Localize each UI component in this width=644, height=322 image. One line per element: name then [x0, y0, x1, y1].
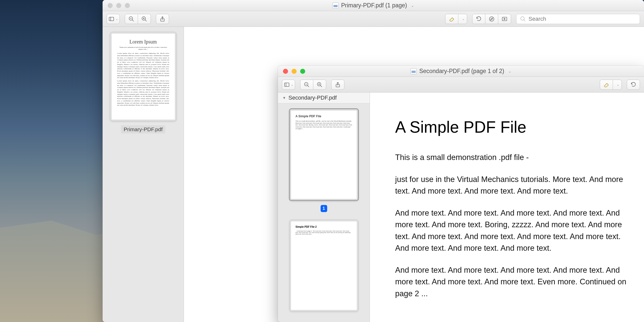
document-paragraph: And more text. And more text. And more t…: [395, 207, 631, 254]
window-title: Primary-PDF.pdf (1 page): [341, 2, 407, 9]
search-input[interactable]: [529, 16, 636, 22]
window-title: Secondary-PDF.pdf (page 1 of 2): [419, 68, 504, 75]
zoom-in-button[interactable]: [313, 80, 326, 90]
slideshow-button[interactable]: [498, 14, 511, 24]
thumbnail-page-1[interactable]: A Simple PDF File This is a small demons…: [289, 108, 359, 201]
thumb-heading: Simple PDF File 2: [296, 225, 352, 228]
content-area-secondary: ▼ Secondary-PDF.pdf A Simple PDF File Th…: [278, 93, 644, 322]
thumbnail-page-2[interactable]: Simple PDF File 2 ...continued from page…: [289, 220, 359, 312]
thumb-body: ...continued from page 1. Yet more text.…: [296, 230, 352, 235]
document-paragraph: just for use in the Virtual Mechanics tu…: [395, 174, 631, 197]
svg-line-21: [320, 85, 322, 87]
traffic-lights: [283, 69, 305, 74]
thumb-body: This is a small demonstration .pdf file …: [296, 120, 352, 130]
svg-rect-0: [109, 17, 114, 21]
share-button[interactable]: [331, 80, 344, 90]
svg-line-14: [524, 20, 525, 21]
svg-point-10: [489, 17, 494, 21]
thumb-body: Lorem ipsum dolor sit amet, consectetur …: [117, 52, 169, 79]
titlebar-primary[interactable]: Primary-PDF.pdf (1 page) ⌄: [103, 0, 644, 11]
thumbnail-label: Primary-PDF.pdf: [121, 125, 165, 133]
sidebar-file-header[interactable]: ▼ Secondary-PDF.pdf: [278, 93, 370, 103]
markup-button[interactable]: [485, 14, 498, 24]
document-icon: [332, 3, 339, 9]
traffic-lights: [108, 3, 130, 8]
minimize-button[interactable]: [116, 3, 121, 8]
chevron-down-icon: ⌄: [115, 17, 118, 21]
close-button[interactable]: [108, 3, 113, 8]
close-button[interactable]: [283, 69, 288, 74]
svg-marker-12: [504, 18, 505, 20]
chevron-down-icon: ⌄: [462, 17, 465, 21]
sidebar-toggle-button[interactable]: ⌄: [107, 14, 120, 24]
svg-line-6: [145, 20, 147, 21]
thumbnail-page-1[interactable]: Lorem Ipsum "Neque porro quisquam est qu…: [110, 32, 177, 121]
toolbar-secondary: ⌄ ⌄: [278, 77, 644, 93]
disclosure-triangle-icon[interactable]: ▼: [282, 96, 286, 100]
thumb-body: Lorem ipsum dolor sit amet, consectetur …: [117, 80, 169, 106]
page-number-badge: 1: [321, 205, 327, 212]
thumbnail-content: Simple PDF File 2 ...continued from page…: [291, 221, 357, 310]
rotate-button[interactable]: [472, 14, 485, 24]
sidebar-primary: Lorem Ipsum "Neque porro quisquam est qu…: [103, 27, 184, 322]
chevron-down-icon: ⌄: [411, 4, 414, 8]
maximize-button[interactable]: [300, 69, 305, 74]
zoom-out-button[interactable]: [300, 80, 313, 90]
search-field[interactable]: [516, 14, 640, 24]
document-paragraph: And more text. And more text. And more t…: [395, 264, 631, 300]
svg-point-13: [521, 17, 524, 20]
sidebar-file-name: Secondary-PDF.pdf: [289, 95, 337, 101]
minimize-button[interactable]: [292, 69, 297, 74]
highlight-menu-button[interactable]: ⌄: [613, 80, 622, 90]
document-heading: A Simple PDF File: [395, 118, 631, 136]
maximize-button[interactable]: [125, 3, 130, 8]
svg-rect-15: [284, 83, 289, 86]
document-paragraph: This is a small demonstration .pdf file …: [395, 152, 631, 164]
search-icon: [520, 16, 526, 22]
toolbar-primary: ⌄ ⌄: [103, 11, 644, 27]
window-title-group[interactable]: Primary-PDF.pdf (1 page) ⌄: [332, 2, 414, 9]
thumbnail-content: Lorem Ipsum "Neque porro quisquam est qu…: [112, 34, 175, 120]
titlebar-secondary[interactable]: Secondary-PDF.pdf (page 1 of 2) ⌄: [278, 66, 644, 77]
thumb-heading: A Simple PDF File: [296, 114, 352, 118]
window-secondary-pdf: Secondary-PDF.pdf (page 1 of 2) ⌄ ⌄: [278, 66, 644, 322]
svg-line-18: [307, 85, 309, 87]
thumb-tagline: "Neque porro quisquam est qui dolorem ip…: [117, 47, 169, 50]
highlight-button[interactable]: [445, 14, 458, 24]
chevron-down-icon: ⌄: [617, 83, 619, 86]
sidebar-toggle-button[interactable]: ⌄: [282, 80, 295, 90]
zoom-in-button[interactable]: [138, 14, 151, 24]
rotate-button[interactable]: [627, 80, 640, 90]
highlight-menu-button[interactable]: ⌄: [458, 14, 467, 24]
highlight-button[interactable]: [600, 80, 613, 90]
document-icon: [411, 68, 417, 74]
thumb-heading: Lorem Ipsum: [117, 39, 169, 45]
thumbnail-content: A Simple PDF File This is a small demons…: [291, 110, 357, 199]
document-view-secondary[interactable]: A Simple PDF File This is a small demons…: [370, 93, 644, 322]
chevron-down-icon: ⌄: [291, 83, 293, 86]
svg-line-3: [132, 20, 134, 21]
zoom-out-button[interactable]: [125, 14, 138, 24]
svg-rect-11: [502, 17, 507, 21]
share-button[interactable]: [156, 14, 169, 24]
chevron-down-icon: ⌄: [508, 69, 511, 73]
window-title-group[interactable]: Secondary-PDF.pdf (page 1 of 2) ⌄: [411, 68, 511, 75]
sidebar-secondary: ▼ Secondary-PDF.pdf A Simple PDF File Th…: [278, 93, 370, 322]
